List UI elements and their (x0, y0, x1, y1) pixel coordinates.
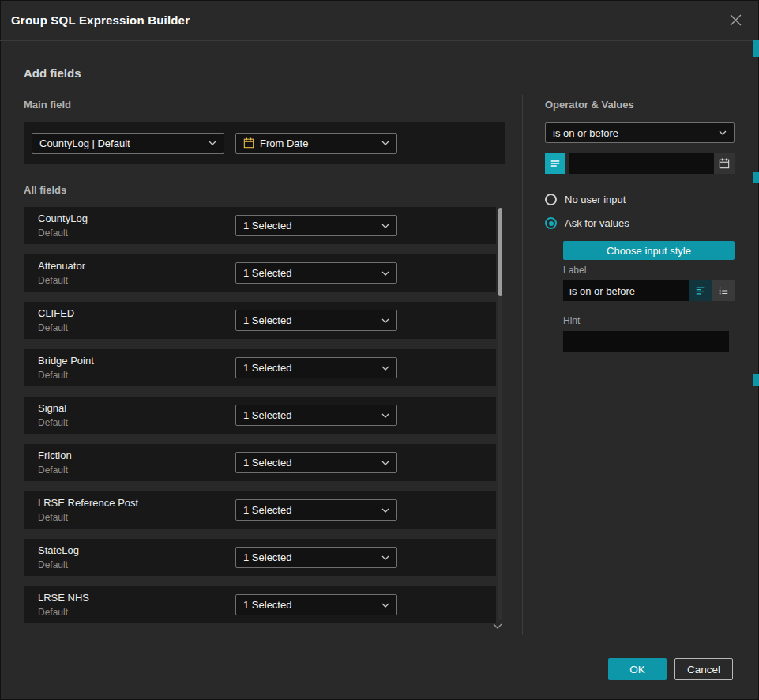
label-row (563, 280, 735, 301)
main-date-field-select[interactable]: From Date (235, 133, 397, 154)
field-values-select[interactable]: 1 Selected (235, 310, 397, 331)
operator-values-heading: Operator & Values (545, 99, 634, 111)
field-values-select[interactable]: 1 Selected (235, 405, 397, 426)
chevron-down-icon (381, 461, 389, 465)
field-values-select-value: 1 Selected (243, 551, 376, 563)
field-values-select[interactable]: 1 Selected (235, 499, 397, 521)
operator-select-value: is on or before (553, 127, 713, 139)
field-values-select[interactable]: 1 Selected (235, 357, 397, 378)
date-picker-button[interactable] (714, 153, 735, 174)
text-input-style-button[interactable] (689, 280, 712, 301)
main-field-heading: Main field (24, 99, 71, 111)
field-values-select-value: 1 Selected (243, 267, 376, 279)
all-fields-heading: All fields (24, 184, 66, 196)
chevron-down-icon (719, 130, 727, 135)
label-input[interactable] (563, 280, 689, 301)
field-name: Friction (38, 450, 235, 461)
field-row: Signal Default 1 Selected (24, 397, 496, 434)
scrollbar-thumb[interactable] (498, 208, 502, 296)
value-row (545, 153, 735, 174)
layer-select[interactable]: CountyLog | Default (32, 133, 224, 154)
layer-select-value: CountyLog | Default (39, 137, 203, 149)
no-user-input-radio[interactable]: No user input (545, 194, 626, 205)
field-meta: Attenuator Default (38, 260, 235, 286)
field-row: LRSE NHS Default 1 Selected (24, 586, 496, 623)
field-values-select-value: 1 Selected (243, 504, 376, 516)
close-icon (730, 14, 742, 26)
field-row: CLIFED Default 1 Selected (24, 302, 496, 339)
column-divider (522, 95, 523, 635)
choose-input-style-button[interactable]: Choose input style (563, 241, 735, 260)
radio-circle-icon (545, 194, 557, 205)
field-sublabel: Default (38, 417, 235, 428)
background-artifact (753, 40, 759, 57)
chevron-down-icon (381, 366, 389, 371)
field-values-select-value: 1 Selected (243, 362, 376, 374)
operator-select[interactable]: is on or before (545, 122, 735, 143)
field-values-select[interactable]: 1 Selected (235, 452, 397, 473)
field-meta: Bridge Point Default (38, 355, 235, 381)
dialog-titlebar: Group SQL Expression Builder (0, 0, 759, 41)
field-meta: CountyLog Default (38, 213, 235, 239)
field-sublabel: Default (38, 275, 235, 286)
ok-button[interactable]: OK (608, 658, 667, 680)
calendar-icon (243, 137, 254, 149)
no-user-input-label: No user input (565, 194, 626, 205)
field-name: StateLog (38, 544, 235, 556)
field-name: LRSE Reference Post (38, 497, 235, 509)
chevron-down-icon (381, 555, 389, 560)
field-values-select-value: 1 Selected (243, 599, 376, 611)
cancel-button[interactable]: Cancel (674, 658, 733, 680)
field-values-select-value: 1 Selected (243, 409, 376, 421)
field-meta: Friction Default (38, 450, 235, 476)
field-sublabel: Default (38, 322, 235, 333)
chevron-down-icon (381, 413, 389, 418)
close-button[interactable] (727, 11, 745, 29)
add-fields-heading: Add fields (24, 66, 81, 80)
value-date-input[interactable] (569, 153, 714, 174)
field-row: Friction Default 1 Selected (24, 444, 496, 481)
ask-for-values-radio[interactable]: Ask for values (545, 217, 629, 229)
background-artifact (753, 172, 759, 183)
dialog-title: Group SQL Expression Builder (11, 13, 190, 27)
field-name: CountyLog (38, 213, 235, 224)
field-name: LRSE NHS (38, 592, 235, 604)
select-input-style-button[interactable] (712, 280, 735, 301)
field-meta: Signal Default (38, 402, 235, 428)
field-row: LRSE Reference Post Default 1 Selected (24, 491, 496, 529)
field-values-select[interactable]: 1 Selected (235, 262, 397, 284)
chevron-down-icon (381, 508, 389, 513)
field-meta: LRSE Reference Post Default (38, 497, 235, 523)
chevron-down-icon (381, 224, 389, 228)
calendar-icon (719, 158, 730, 169)
field-meta: LRSE NHS Default (38, 592, 235, 618)
field-meta: CLIFED Default (38, 307, 235, 333)
label-caption: Label (563, 265, 586, 276)
scrollbar[interactable] (498, 208, 502, 620)
field-sublabel: Default (38, 370, 235, 381)
chevron-down-icon (381, 603, 389, 608)
main-date-field-value: From Date (260, 137, 376, 149)
ask-for-values-label: Ask for values (565, 217, 629, 229)
field-row: CountyLog Default 1 Selected (24, 207, 496, 244)
field-row: Attenuator Default 1 Selected (24, 254, 496, 292)
main-field-panel: CountyLog | Default From Date (24, 122, 505, 164)
scroll-down-button[interactable] (493, 623, 502, 629)
hint-input[interactable] (563, 331, 729, 352)
field-sublabel: Default (38, 559, 235, 570)
field-values-select[interactable]: 1 Selected (235, 215, 397, 236)
field-name: Bridge Point (38, 355, 235, 367)
field-row: Bridge Point Default 1 Selected (24, 349, 496, 386)
list-lines-icon (550, 158, 561, 169)
chevron-down-icon (381, 141, 389, 145)
field-values-select[interactable]: 1 Selected (235, 594, 397, 615)
value-input-mode-button[interactable] (545, 153, 565, 174)
field-meta: StateLog Default (38, 544, 235, 570)
hint-caption: Hint (563, 315, 580, 326)
all-fields-list: CountyLog Default 1 Selected Attenuator … (24, 207, 496, 623)
field-values-select[interactable]: 1 Selected (235, 547, 397, 568)
field-row: StateLog Default 1 Selected (24, 539, 496, 576)
field-values-select-value: 1 Selected (243, 220, 376, 231)
group-sql-expression-builder-dialog: Group SQL Expression Builder Add fields … (0, 0, 759, 700)
chevron-down-icon (493, 623, 502, 629)
